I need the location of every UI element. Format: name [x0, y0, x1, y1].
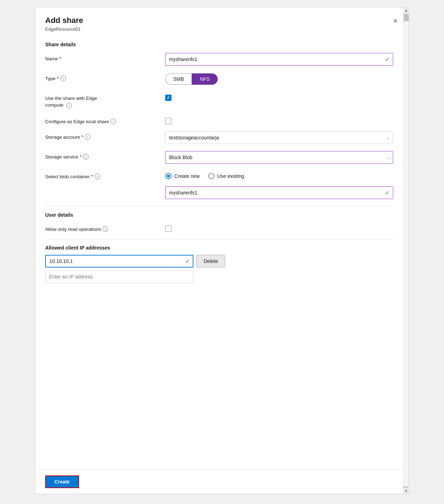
create-button[interactable]: Create: [45, 475, 79, 488]
storage-service-select-wrapper: Block Blob ⌵: [165, 151, 393, 164]
container-name-input-wrapper: ✓: [165, 186, 393, 199]
storage-account-label: Storage account * i: [45, 131, 165, 140]
storage-account-control: teststorageaccountarja ⌵: [165, 131, 393, 144]
edge-compute-label: Use the share with Edge compute i: [45, 92, 165, 109]
edge-compute-checkbox-wrapper: [165, 92, 393, 101]
share-details-section-title: Share details: [45, 42, 393, 47]
create-new-option[interactable]: Create new: [165, 173, 200, 179]
type-toggle-group: SMB NFS: [165, 73, 393, 85]
name-row: Name * ✓: [45, 53, 393, 66]
blob-container-control: Create new Use existing: [165, 171, 393, 179]
container-name-row: ✓: [165, 186, 393, 199]
storage-account-row: Storage account * i teststorageaccountar…: [45, 131, 393, 144]
name-label: Name *: [45, 53, 165, 61]
storage-service-required: *: [80, 154, 82, 160]
storage-service-row: Storage service * i Block Blob ⌵: [45, 151, 393, 164]
storage-account-select[interactable]: teststorageaccountarja: [165, 131, 393, 144]
type-info-icon[interactable]: i: [60, 76, 66, 81]
type-label: Type * i: [45, 73, 165, 81]
panel-title: Add share: [45, 16, 83, 25]
use-existing-radio[interactable]: [208, 173, 215, 179]
container-name-valid-icon: ✓: [385, 190, 390, 196]
smb-toggle[interactable]: SMB: [165, 73, 192, 85]
edge-local-checkbox[interactable]: [165, 118, 172, 124]
storage-service-select[interactable]: Block Blob: [165, 151, 393, 164]
type-control: SMB NFS: [165, 73, 393, 85]
scrollbar-thumb-top[interactable]: [404, 14, 409, 21]
ip-address-new-input[interactable]: [45, 270, 193, 283]
use-existing-option[interactable]: Use existing: [208, 173, 244, 179]
header-text: Add share EdgeResource01: [45, 16, 83, 32]
panel-footer: Create: [35, 469, 403, 494]
ip-valid-icon: ✓: [185, 258, 190, 265]
container-name-wrapper: ✓: [165, 186, 393, 199]
scrollbar[interactable]: ▲ ▼: [403, 7, 409, 494]
ip-table: ✓ Delete: [45, 255, 393, 283]
read-only-label: Allow only read operations i: [45, 223, 165, 232]
edge-local-control: [165, 116, 393, 124]
storage-service-label: Storage service * i: [45, 151, 165, 160]
storage-account-required: *: [81, 134, 83, 140]
name-required: *: [59, 56, 61, 61]
delete-button[interactable]: Delete: [196, 255, 225, 268]
blob-container-info-icon[interactable]: i: [95, 174, 100, 179]
edge-local-checkbox-wrapper: [165, 116, 393, 124]
edge-compute-info-icon[interactable]: i: [66, 103, 72, 108]
storage-account-info-icon[interactable]: i: [85, 134, 90, 140]
read-only-info-icon[interactable]: i: [102, 226, 108, 232]
ip-input-wrapper: ✓: [45, 255, 193, 268]
ip-row-new: [45, 270, 393, 283]
ip-address-input[interactable]: [45, 255, 193, 268]
storage-service-info-icon[interactable]: i: [83, 154, 89, 160]
close-button[interactable]: ×: [392, 16, 399, 26]
read-only-control: [165, 223, 393, 232]
user-details-section-title: User details: [45, 212, 393, 218]
panel-subtitle: EdgeResource01: [45, 26, 83, 32]
read-only-checkbox-wrapper: [165, 223, 393, 232]
storage-account-select-wrapper: teststorageaccountarja ⌵: [165, 131, 393, 144]
name-valid-icon: ✓: [385, 56, 390, 63]
edge-local-row: Configure as Edge local share i: [45, 116, 393, 124]
name-input-wrapper: ✓: [165, 53, 393, 66]
use-existing-label: Use existing: [217, 173, 244, 179]
storage-service-control: Block Blob ⌵: [165, 151, 393, 164]
create-new-radio[interactable]: [165, 173, 172, 179]
edge-compute-checkbox[interactable]: [165, 95, 172, 101]
create-new-label: Create new: [174, 173, 200, 179]
edge-local-label: Configure as Edge local share i: [45, 116, 165, 124]
ip-section-divider: [45, 239, 393, 239]
add-share-panel: ▲ ▼ Add share EdgeResource01 × Share det…: [35, 7, 409, 494]
section-divider: [45, 206, 393, 206]
edge-compute-control: [165, 92, 393, 101]
blob-container-label: Select blob container * i: [45, 171, 165, 179]
type-required: *: [57, 76, 59, 81]
blob-container-row: Select blob container * i Create new Use…: [45, 171, 393, 179]
ip-section-title: Allowed client IP addresses: [45, 245, 393, 251]
blob-container-radio-group: Create new Use existing: [165, 171, 393, 179]
read-only-row: Allow only read operations i: [45, 223, 393, 232]
scroll-down-arrow[interactable]: ▼: [403, 487, 409, 494]
read-only-checkbox[interactable]: [165, 226, 172, 232]
panel-content: Share details Name * ✓ Type * i: [35, 36, 403, 469]
container-name-input[interactable]: [165, 186, 393, 199]
scroll-up-arrow[interactable]: ▲: [403, 7, 409, 14]
name-control: ✓: [165, 53, 393, 66]
ip-row-existing: ✓ Delete: [45, 255, 393, 268]
type-row: Type * i SMB NFS: [45, 73, 393, 85]
panel-header: Add share EdgeResource01 ×: [35, 7, 409, 36]
blob-container-required: *: [91, 174, 93, 179]
name-input[interactable]: [165, 53, 393, 66]
edge-local-info-icon[interactable]: i: [110, 119, 116, 124]
edge-compute-row: Use the share with Edge compute i: [45, 92, 393, 109]
nfs-toggle[interactable]: NFS: [192, 73, 218, 85]
